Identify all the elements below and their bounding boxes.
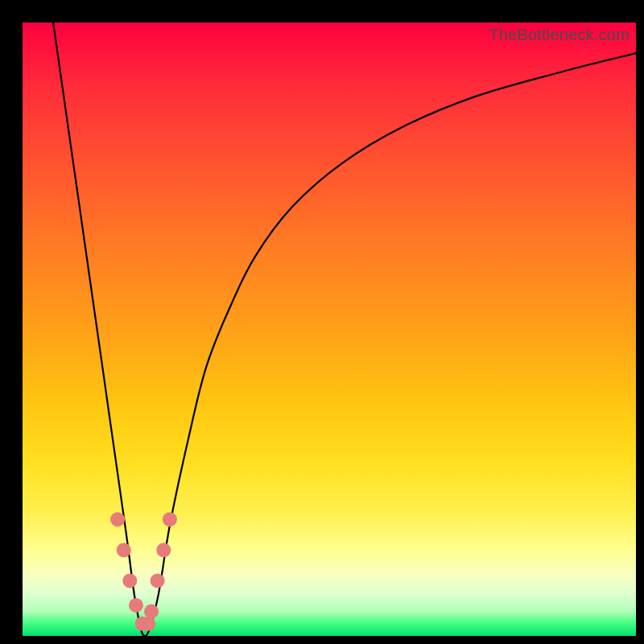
highlight-dot bbox=[117, 543, 131, 557]
highlight-markers bbox=[110, 512, 177, 631]
bottleneck-curve-path bbox=[53, 23, 636, 636]
chart-frame: TheBottleneck.com bbox=[0, 0, 644, 644]
highlight-dot bbox=[163, 512, 177, 526]
highlight-dot bbox=[156, 543, 171, 557]
highlight-dot bbox=[122, 573, 137, 588]
plot-area: TheBottleneck.com bbox=[23, 23, 636, 636]
highlight-dot bbox=[110, 512, 125, 526]
curve-layer bbox=[23, 23, 636, 636]
highlight-dot bbox=[151, 573, 165, 588]
highlight-dot bbox=[144, 605, 159, 619]
highlight-dot bbox=[141, 617, 155, 631]
highlight-dot bbox=[129, 598, 143, 613]
